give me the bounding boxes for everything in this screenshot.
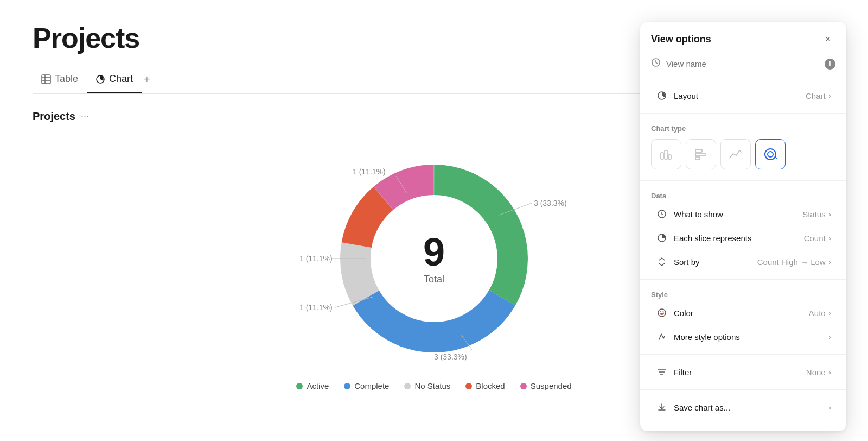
tab-table[interactable]: Table [33, 68, 87, 93]
label-blocked: 1 (11.1%) [299, 303, 333, 312]
layout-chevron: › [829, 92, 831, 100]
each-slice-row[interactable]: Each slice represents Count › [644, 226, 842, 250]
legend-dot-complete [344, 383, 350, 389]
svg-rect-13 [695, 149, 702, 152]
filter-value: None [806, 368, 826, 377]
chart-type-heading: Chart type [640, 119, 846, 135]
panel-header: View options × [640, 22, 846, 54]
chart-type-row [640, 135, 846, 175]
sort-by-label: Sort by [674, 257, 757, 267]
more-style-label: More style options [674, 332, 829, 342]
svg-rect-10 [661, 153, 663, 159]
chart-type-bar[interactable] [651, 139, 681, 169]
layout-label: Layout [674, 91, 806, 100]
legend-label-complete: Complete [354, 381, 389, 390]
donut-total-label: Total [424, 274, 444, 285]
layout-value: Chart [806, 91, 826, 100]
save-chart-chevron: › [829, 404, 831, 412]
sort-icon [655, 255, 668, 268]
color-icon [655, 306, 668, 319]
color-row[interactable]: Color Auto › [644, 301, 842, 325]
legend-complete: Complete [344, 381, 389, 390]
add-tab-button[interactable]: + [142, 68, 156, 93]
style-heading: Style [640, 285, 846, 301]
svg-rect-12 [668, 155, 671, 159]
donut-center: 9 Total [423, 232, 445, 285]
chart-type-line[interactable] [720, 139, 751, 169]
what-to-show-row[interactable]: What to show Status › [644, 202, 842, 226]
info-icon[interactable]: i [825, 59, 835, 70]
panel-close-button[interactable]: × [820, 32, 835, 47]
sort-by-value: Count High → Low [757, 257, 826, 267]
style-section: Style Color Auto › More style [640, 279, 846, 354]
save-chart-row[interactable]: Save chart as... › [644, 395, 842, 419]
donut-total-number: 9 [423, 232, 445, 272]
clock-icon [651, 58, 661, 70]
layout-icon [655, 89, 668, 102]
tab-chart-label: Chart [109, 73, 133, 85]
label-active: 3 (33.3%) [534, 199, 567, 207]
tab-chart[interactable]: Chart [87, 68, 142, 93]
section-title: Projects [33, 110, 75, 123]
legend-dot-blocked [465, 383, 472, 389]
legend-label-active: Active [307, 381, 329, 390]
filter-row[interactable]: Filter None › [644, 360, 842, 384]
sort-by-row[interactable]: Sort by Count High → Low › [644, 250, 842, 274]
sort-by-chevron: › [829, 258, 831, 266]
tab-table-label: Table [55, 73, 78, 85]
save-section: Save chart as... › [640, 389, 846, 425]
filter-icon [655, 366, 668, 379]
save-icon [655, 401, 668, 414]
color-label: Color [674, 308, 809, 318]
chart-type-section: Chart type [640, 113, 846, 180]
label-suspended: 1 (11.1%) [353, 167, 386, 176]
legend-dot-suspended [520, 383, 527, 389]
legend-suspended: Suspended [520, 381, 572, 390]
label-nostatus: 1 (11.1%) [299, 254, 333, 263]
chart-type-donut[interactable] [755, 139, 786, 169]
chart-legend: Active Complete No Status Blocked Suspen… [296, 381, 571, 390]
color-value: Auto [809, 308, 826, 318]
layout-section: Layout Chart › [640, 78, 846, 113]
layout-row[interactable]: Layout Chart › [644, 84, 842, 108]
legend-nostatus: No Status [404, 381, 450, 390]
legend-blocked: Blocked [465, 381, 505, 390]
what-to-show-label: What to show [674, 210, 802, 219]
section-dots-menu[interactable]: ··· [81, 111, 89, 122]
legend-active: Active [296, 381, 329, 390]
filter-chevron: › [829, 368, 831, 376]
label-complete: 3 (33.3%) [434, 352, 467, 361]
legend-label-suspended: Suspended [531, 381, 572, 390]
table-icon [41, 74, 51, 84]
filter-section: Filter None › [640, 354, 846, 389]
data-section: Data What to show Status › Each slice re… [640, 180, 846, 279]
panel-title: View options [651, 34, 711, 45]
more-style-chevron: › [829, 333, 831, 341]
save-chart-label: Save chart as... [674, 403, 829, 412]
each-slice-label: Each slice represents [674, 234, 804, 243]
data-heading: Data [640, 186, 846, 202]
more-style-icon [655, 330, 668, 343]
svg-rect-15 [695, 157, 700, 160]
color-chevron: › [829, 309, 831, 317]
svg-rect-11 [665, 150, 667, 159]
what-to-show-chevron: › [829, 210, 831, 218]
more-style-row[interactable]: More style options › [644, 325, 842, 349]
chart-type-hbar[interactable] [686, 139, 716, 169]
svg-rect-0 [42, 75, 50, 84]
legend-label-nostatus: No Status [414, 381, 450, 390]
view-name-input[interactable] [666, 59, 819, 68]
each-slice-value: Count [804, 234, 826, 243]
what-to-show-icon [655, 207, 668, 220]
view-name-row: i [640, 54, 846, 78]
donut-wrapper: 3 (33.3%) 3 (33.3%) 1 (11.1%) 1 (11.1%) … [298, 144, 570, 373]
each-slice-chevron: › [829, 234, 831, 242]
svg-rect-14 [695, 153, 705, 156]
svg-point-17 [768, 152, 773, 157]
filter-label: Filter [674, 368, 806, 377]
legend-label-blocked: Blocked [476, 381, 505, 390]
what-to-show-value: Status [802, 210, 826, 219]
legend-dot-active [296, 383, 303, 389]
legend-dot-nostatus [404, 383, 411, 389]
view-options-panel: View options × i Layout Chart › [640, 22, 846, 431]
